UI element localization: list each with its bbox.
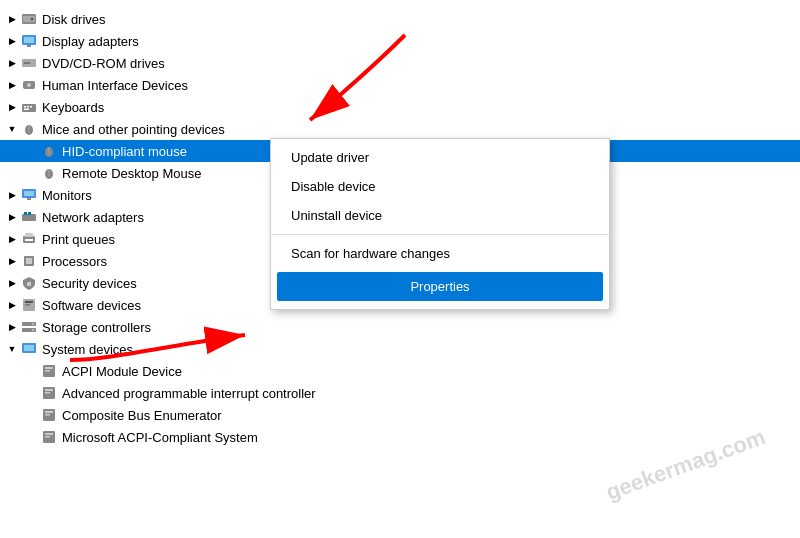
tree-item-hid[interactable]: ▶Human Interface Devices [0,74,800,96]
icon-dvd-rom [20,54,38,72]
label-security-devices: Security devices [42,276,137,291]
menu-separator-sep1 [271,234,609,235]
svg-rect-50 [45,414,50,416]
icon-advanced-prog [40,384,58,402]
label-system-devices: System devices [42,342,133,357]
tree-item-dvd-rom[interactable]: ▶DVD/CD-ROM drives [0,52,800,74]
chevron-storage-controllers[interactable]: ▶ [4,319,20,335]
svg-rect-24 [22,214,36,221]
svg-rect-7 [24,62,30,64]
svg-rect-46 [45,389,53,391]
icon-storage-controllers [20,318,38,336]
icon-hid-mouse [40,142,58,160]
svg-rect-28 [25,233,33,237]
svg-rect-44 [45,370,50,372]
svg-rect-12 [27,106,29,108]
icon-system-devices [20,340,38,358]
icon-keyboards [20,98,38,116]
label-storage-controllers: Storage controllers [42,320,151,335]
icon-remote-desktop-mouse [40,164,58,182]
tree-item-disk-drives[interactable]: ▶Disk drives [0,8,800,30]
icon-disk-drives [20,10,38,28]
label-software-devices: Software devices [42,298,141,313]
tree-item-storage-controllers[interactable]: ▶Storage controllers [0,316,800,338]
svg-point-2 [31,18,34,21]
svg-point-39 [32,329,34,331]
tree-item-mice[interactable]: ▼Mice and other pointing devices [0,118,800,140]
svg-rect-22 [24,191,34,196]
chevron-network-adapters[interactable]: ▶ [4,209,20,225]
chevron-acpi-module[interactable] [24,363,40,379]
tree-item-advanced-prog[interactable]: Advanced programmable interrupt controll… [0,382,800,404]
label-remote-desktop-mouse: Remote Desktop Mouse [62,166,201,181]
svg-rect-10 [22,104,36,112]
icon-ms-acpi [40,428,58,446]
icon-print-queues [20,230,38,248]
label-acpi-module: ACPI Module Device [62,364,182,379]
svg-rect-23 [27,198,31,200]
context-menu: Update driverDisable deviceUninstall dev… [270,138,610,310]
chevron-processors[interactable]: ▶ [4,253,20,269]
chevron-composite-bus[interactable] [24,407,40,423]
svg-rect-13 [30,106,32,108]
chevron-security-devices[interactable]: ▶ [4,275,20,291]
chevron-hid-mouse[interactable] [24,143,40,159]
label-display-adapters: Display adapters [42,34,139,49]
label-composite-bus: Composite Bus Enumerator [62,408,222,423]
label-monitors: Monitors [42,188,92,203]
menu-item-update-driver[interactable]: Update driver [271,143,609,172]
tree-item-ms-acpi[interactable]: Microsoft ACPI-Compliant System [0,426,800,448]
chevron-keyboards[interactable]: ▶ [4,99,20,115]
tree-item-composite-bus[interactable]: Composite Bus Enumerator [0,404,800,426]
svg-rect-41 [24,345,34,351]
svg-rect-25 [24,212,27,215]
label-advanced-prog: Advanced programmable interrupt controll… [62,386,316,401]
chevron-software-devices[interactable]: ▶ [4,297,20,313]
icon-mice [20,120,38,138]
chevron-hid[interactable]: ▶ [4,77,20,93]
chevron-dvd-rom[interactable]: ▶ [4,55,20,71]
menu-item-disable-device[interactable]: Disable device [271,172,609,201]
svg-point-38 [32,323,34,325]
svg-rect-5 [27,45,31,47]
label-network-adapters: Network adapters [42,210,144,225]
label-print-queues: Print queues [42,232,115,247]
svg-rect-43 [45,367,53,369]
chevron-ms-acpi[interactable] [24,429,40,445]
svg-rect-14 [24,109,29,111]
label-disk-drives: Disk drives [42,12,106,27]
tree-item-system-devices[interactable]: ▼System devices [0,338,800,360]
chevron-display-adapters[interactable]: ▶ [4,33,20,49]
chevron-remote-desktop-mouse[interactable] [24,165,40,181]
svg-rect-49 [45,411,53,413]
svg-point-9 [27,83,31,87]
icon-composite-bus [40,406,58,424]
chevron-monitors[interactable]: ▶ [4,187,20,203]
label-processors: Processors [42,254,107,269]
chevron-advanced-prog[interactable] [24,385,40,401]
chevron-mice[interactable]: ▼ [4,121,20,137]
svg-rect-47 [45,392,50,394]
tree-item-acpi-module[interactable]: ACPI Module Device [0,360,800,382]
chevron-system-devices[interactable]: ▼ [4,341,20,357]
icon-hid [20,76,38,94]
svg-rect-35 [25,304,30,306]
chevron-disk-drives[interactable]: ▶ [4,11,20,27]
label-mice: Mice and other pointing devices [42,122,225,137]
svg-rect-4 [24,37,34,43]
menu-item-uninstall-device[interactable]: Uninstall device [271,201,609,230]
tree-item-keyboards[interactable]: ▶Keyboards [0,96,800,118]
svg-rect-29 [25,239,33,241]
chevron-print-queues[interactable]: ▶ [4,231,20,247]
icon-display-adapters [20,32,38,50]
tree-item-display-adapters[interactable]: ▶Display adapters [0,30,800,52]
svg-rect-34 [25,301,33,303]
svg-rect-31 [26,258,32,264]
svg-rect-11 [24,106,26,108]
label-dvd-rom: DVD/CD-ROM drives [42,56,165,71]
icon-processors [20,252,38,270]
icon-monitors [20,186,38,204]
menu-item-properties[interactable]: Properties [277,272,603,301]
svg-rect-52 [45,433,53,435]
menu-item-scan-changes[interactable]: Scan for hardware changes [271,239,609,268]
